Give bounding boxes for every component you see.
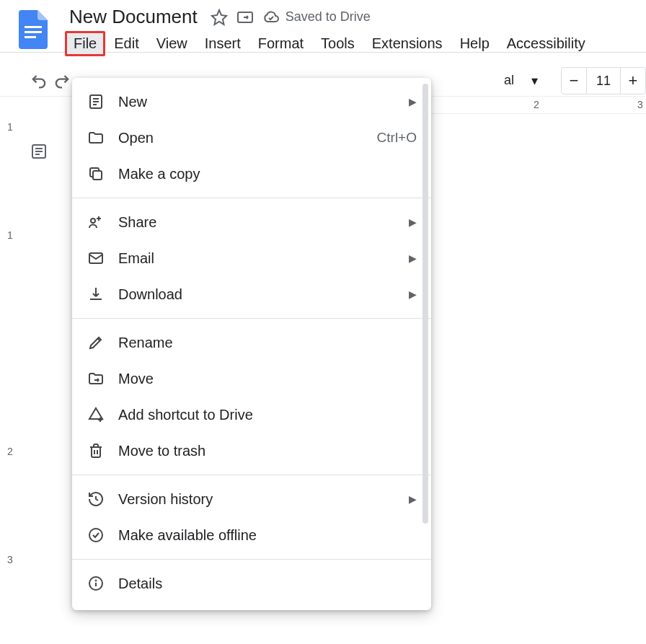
menu-file[interactable]: File (65, 31, 105, 56)
menu-item-move[interactable]: Move (72, 361, 431, 397)
menu-item-label: Rename (118, 335, 417, 351)
menu-item-label: Share (118, 214, 396, 231)
menu-item-add-shortcut-to-drive[interactable]: Add shortcut to Drive (72, 397, 431, 433)
open-icon (87, 128, 105, 147)
download-icon (87, 285, 105, 304)
menu-separator (72, 318, 431, 319)
undo-icon[interactable] (29, 71, 49, 91)
svg-point-13 (91, 219, 95, 223)
star-icon[interactable] (211, 9, 228, 26)
cloud-status[interactable]: Saved to Drive (262, 9, 371, 26)
font-size-decrease[interactable]: − (562, 68, 586, 94)
ruler-tick: 1 (0, 121, 20, 229)
menu-tools[interactable]: Tools (312, 31, 363, 56)
svg-rect-12 (93, 171, 102, 180)
menu-item-email[interactable]: Email▶ (72, 240, 431, 276)
menu-separator (72, 198, 431, 198)
redo-icon[interactable] (52, 71, 72, 91)
rename-icon (87, 333, 105, 352)
menu-separator (72, 559, 431, 560)
document-title[interactable]: New Document (65, 6, 202, 28)
file-menu-dropdown: New▶OpenCtrl+OMake a copyShare▶Email▶Dow… (72, 78, 431, 610)
font-size-control: − 11 + (561, 67, 646, 94)
menu-item-download[interactable]: Download▶ (72, 276, 431, 312)
outline-sidebar (20, 114, 58, 644)
menu-item-share[interactable]: Share▶ (72, 204, 431, 240)
ruler-tick: 3 (0, 554, 20, 644)
menubar: File Edit View Insert Format Tools Exten… (65, 31, 646, 56)
saved-text: Saved to Drive (286, 9, 371, 25)
trash-icon (87, 441, 105, 460)
details-icon (87, 574, 105, 593)
menu-insert[interactable]: Insert (196, 31, 249, 56)
menu-item-label: Move (118, 371, 417, 387)
shortcut-icon (87, 405, 105, 424)
submenu-arrow-icon: ▶ (409, 493, 417, 505)
menu-format[interactable]: Format (249, 31, 312, 56)
menu-item-label: New (118, 94, 396, 110)
outline-icon[interactable] (30, 143, 48, 644)
menu-item-label: Make available offline (118, 527, 417, 544)
menu-edit[interactable]: Edit (105, 31, 147, 56)
vertical-ruler[interactable]: 1 1 2 3 (0, 114, 20, 644)
svg-rect-0 (25, 26, 42, 28)
menu-accessibility[interactable]: Accessibility (498, 31, 594, 56)
ruler-tick: 2 (534, 99, 539, 110)
chevron-down-icon: ▾ (531, 73, 538, 89)
share-icon (87, 213, 105, 231)
font-size-value[interactable]: 11 (586, 68, 621, 94)
svg-rect-2 (25, 36, 36, 38)
email-icon (87, 249, 105, 268)
menu-item-make-available-offline[interactable]: Make available offline (72, 517, 431, 553)
submenu-arrow-icon: ▶ (409, 96, 417, 107)
menu-item-label: Details (118, 575, 417, 592)
menu-item-new[interactable]: New▶ (72, 84, 431, 120)
menu-separator (72, 475, 431, 475)
menu-item-make-a-copy[interactable]: Make a copy (72, 156, 431, 192)
dropdown-scrollbar[interactable] (422, 84, 428, 524)
new-icon (87, 92, 105, 111)
menu-item-details[interactable]: Details (72, 565, 431, 601)
menu-extensions[interactable]: Extensions (363, 31, 451, 56)
menu-item-version-history[interactable]: Version history▶ (72, 481, 431, 517)
offline-icon (87, 526, 105, 544)
submenu-arrow-icon: ▶ (409, 288, 417, 300)
history-icon (87, 490, 105, 508)
menu-item-label: Version history (118, 491, 396, 508)
menu-item-label: Email (118, 250, 396, 267)
menu-item-rename[interactable]: Rename (72, 325, 431, 361)
ruler-tick: 1 (0, 229, 20, 446)
ruler-tick: 2 (0, 446, 20, 554)
submenu-arrow-icon: ▶ (409, 252, 417, 264)
paragraph-style-select[interactable]: al ▾ (497, 73, 545, 89)
menu-item-label: Move to trash (118, 443, 417, 459)
docs-logo-icon[interactable] (19, 10, 48, 49)
header: New Document Saved to Drive File Edit Vi… (0, 0, 646, 56)
svg-point-24 (96, 581, 97, 581)
copy-icon (87, 164, 105, 183)
cloud-icon (262, 9, 280, 26)
menu-item-label: Make a copy (118, 166, 417, 182)
move-icon (87, 369, 105, 388)
style-select-label: al (504, 73, 514, 88)
menu-shortcut: Ctrl+O (377, 130, 417, 146)
menu-view[interactable]: View (148, 31, 196, 56)
move-icon[interactable] (236, 9, 254, 26)
menu-item-label: Download (118, 286, 396, 303)
svg-point-21 (89, 529, 102, 542)
font-size-increase[interactable]: + (621, 68, 645, 94)
menu-item-label: Open (118, 130, 364, 146)
submenu-arrow-icon: ▶ (409, 216, 417, 228)
menu-item-label: Add shortcut to Drive (118, 407, 417, 423)
svg-rect-1 (25, 31, 42, 33)
menu-item-open[interactable]: OpenCtrl+O (72, 120, 431, 156)
menu-help[interactable]: Help (451, 31, 498, 56)
menu-item-move-to-trash[interactable]: Move to trash (72, 433, 431, 469)
ruler-tick: 3 (637, 99, 643, 110)
